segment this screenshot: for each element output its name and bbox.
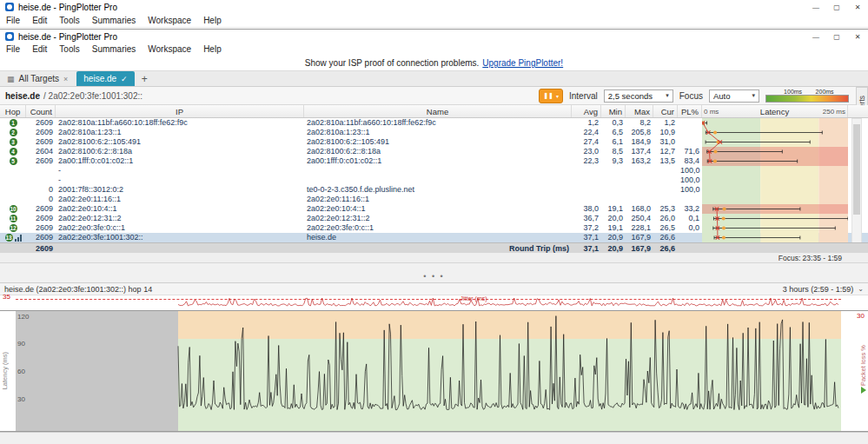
cell-count: 2609 <box>26 214 56 223</box>
hop-number-badge: 4 <box>10 148 17 156</box>
cell-pl: 71,6 <box>678 147 702 156</box>
col-header-count[interactable]: Count <box>26 105 56 117</box>
cell-pl: 100,0 <box>678 176 702 185</box>
cell-pl <box>678 137 702 147</box>
front-window-titlebar: heise.de - PingPlotter Pro — ▢ ✕ <box>0 29 868 43</box>
cell-max <box>626 185 653 195</box>
tab-close-icon[interactable]: × <box>63 75 68 83</box>
latency-color-legend: 100ms 200ms <box>765 89 849 103</box>
round-trip-min: 20,9 <box>601 243 626 254</box>
scrollbar-thumb[interactable] <box>853 124 860 215</box>
menu-workspace[interactable]: Workspace <box>142 44 197 54</box>
minimize-icon[interactable]: — <box>805 30 826 43</box>
col-header-cur[interactable]: Cur <box>653 105 678 117</box>
round-trip-max: 167,9 <box>626 243 653 254</box>
cell-hop: 13 <box>0 233 26 242</box>
new-tab-button[interactable]: + <box>135 73 155 85</box>
menu-tools[interactable]: Tools <box>53 16 85 25</box>
latency-timegraph[interactable]: Latency (ms) 30 Packet loss % 120906030 <box>0 310 868 432</box>
cell-avg: 27,4 <box>572 137 601 147</box>
cell-min: 0,3 <box>601 118 626 128</box>
col-header-ip[interactable]: IP <box>56 105 304 117</box>
close-icon[interactable]: ✕ <box>847 0 868 14</box>
menu-tools[interactable]: Tools <box>53 44 85 54</box>
col-header-hop[interactable]: Hop <box>0 105 26 117</box>
bottom-strip <box>0 432 868 444</box>
y-axis-tick: 30 <box>17 395 25 403</box>
cell-min: 6,1 <box>601 137 626 147</box>
menu-edit[interactable]: Edit <box>26 16 53 25</box>
front-window-menubar: FileEditToolsSummariesWorkspaceHelp <box>0 43 868 56</box>
hop-number-badge: 11 <box>10 215 17 222</box>
col-header-name[interactable]: Name <box>304 105 572 117</box>
maximize-icon[interactable]: ▢ <box>826 30 847 43</box>
col-header-pl[interactable]: PL% <box>678 105 702 117</box>
menu-file[interactable]: File <box>0 16 26 25</box>
cell-ip: 2a02:2e0:11:16::1 <box>56 195 304 204</box>
interval-select[interactable]: 2,5 seconds ▾ <box>604 89 673 103</box>
cell-max: 184,9 <box>626 137 653 147</box>
cell-name: 2a02:2e0:3fe:0:c::1 <box>304 223 572 233</box>
chevron-down-icon[interactable]: ⌄ <box>858 285 864 293</box>
cell-avg: 38,0 <box>572 204 601 214</box>
latency-column-chart <box>702 118 848 242</box>
menu-file[interactable]: File <box>0 44 26 54</box>
maximize-icon[interactable]: ▢ <box>826 0 847 14</box>
cell-max: 163,2 <box>626 156 653 166</box>
upgrade-link[interactable]: Upgrade PingPlotter! <box>482 58 563 68</box>
interval-label: Interval <box>569 91 598 101</box>
tab-heise-de-label: heise.de <box>83 74 116 83</box>
cell-ip: 2a02:8100:6:2::105:491 <box>56 137 304 147</box>
cell-pl: 33,2 <box>678 204 702 214</box>
cell-pl: 0,1 <box>678 214 702 223</box>
cell-count: 2609 <box>26 156 56 166</box>
tab-all-targets[interactable]: ▦ All Targets × <box>0 71 75 86</box>
cell-hop: 11 <box>0 214 26 223</box>
cell-pl <box>678 128 702 137</box>
menu-help[interactable]: Help <box>197 44 228 54</box>
cell-cur: 26,0 <box>653 214 678 223</box>
menu-edit[interactable]: Edit <box>26 44 53 54</box>
cell-cur: 25,3 <box>653 204 678 214</box>
focus-select[interactable]: Auto ▾ <box>709 89 759 103</box>
cell-count: 2609 <box>26 223 56 233</box>
splitter-handle-icon[interactable]: • • • <box>0 272 868 281</box>
timegraph-range[interactable]: 3 hours (2:59 - 1:59) <box>783 285 854 294</box>
cell-ip: 2a02:2e0:3fe:1001:302:: <box>56 233 304 242</box>
cell-max: 250,4 <box>626 214 653 223</box>
target-toolbar: heise.de / 2a02:2e0:3fe:1001:302:: ❚❚ ▾ … <box>0 87 868 105</box>
cell-max: 8,2 <box>626 118 653 128</box>
cell-pl: 0,0 <box>678 223 702 233</box>
pause-button[interactable]: ❚❚ ▾ <box>539 89 563 103</box>
menu-workspace[interactable]: Workspace <box>142 16 197 25</box>
close-icon[interactable]: ✕ <box>847 30 868 43</box>
cell-cur: 10,9 <box>653 128 678 137</box>
hop-number-badge: 12 <box>10 224 17 232</box>
cell-min: 8,5 <box>601 147 626 156</box>
round-trip-count: 2609 <box>26 243 56 254</box>
grid-icon: ▦ <box>7 75 15 83</box>
cell-hop <box>0 176 26 185</box>
col-header-avg[interactable]: Avg <box>572 105 601 117</box>
chevron-down-icon: ▾ <box>556 93 559 99</box>
cell-avg: 22,3 <box>572 156 601 166</box>
col-header-latency[interactable]: 0 ms Latency 250 ms <box>702 105 848 117</box>
menu-summaries[interactable]: Summaries <box>86 16 142 25</box>
latency-header-label: Latency <box>760 107 789 116</box>
minimize-icon[interactable]: — <box>805 0 826 14</box>
cell-name: 2a02:2e0:12:31::2 <box>304 214 572 223</box>
col-header-max[interactable]: Max <box>626 105 653 117</box>
cell-count: 0 <box>26 195 56 204</box>
cell-name <box>304 176 572 185</box>
cell-ip: 2a02:810a:11bf:a660:10:18ff:fe62:f9c <box>56 118 304 128</box>
tab-heise-de[interactable]: heise.de ✓ <box>76 71 134 86</box>
cell-min: 19,1 <box>601 204 626 214</box>
cell-hop <box>0 166 26 176</box>
cell-count <box>26 166 56 176</box>
menu-summaries[interactable]: Summaries <box>86 44 142 54</box>
col-header-min[interactable]: Min <box>601 105 626 117</box>
cell-pl: 100,0 <box>678 166 702 176</box>
table-scrollbar[interactable] <box>851 118 862 253</box>
focus-value: Auto <box>713 91 731 101</box>
menu-help[interactable]: Help <box>197 16 228 25</box>
